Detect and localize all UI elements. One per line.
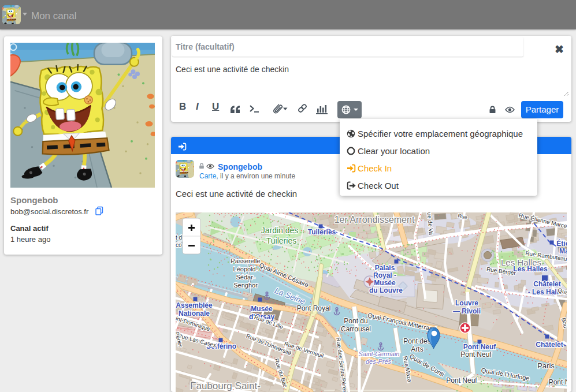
- svg-text:Pont N: Pont N: [549, 378, 567, 386]
- svg-text:Louvre: Louvre: [455, 299, 478, 307]
- svg-text:Tuileries: Tuileries: [308, 228, 336, 236]
- svg-text:t d: t d: [176, 234, 182, 241]
- svg-text:Marcel: Marcel: [559, 247, 567, 255]
- svg-text:Léopold-: Léopold-: [233, 266, 258, 272]
- svg-text:Les Halles: Les Halles: [513, 265, 548, 273]
- svg-text:du Louvre: du Louvre: [369, 286, 403, 294]
- svg-text:Faubourg Saint-: Faubourg Saint-: [190, 380, 261, 391]
- svg-text:Jardin des: Jardin des: [261, 226, 299, 235]
- svg-text:1er Arrondissement: 1er Arrondissement: [335, 215, 415, 225]
- svg-text:Arts: Arts: [411, 345, 423, 353]
- svg-text:Musée: Musée: [251, 305, 273, 313]
- svg-text:Passerelle: Passerelle: [231, 257, 260, 264]
- svg-text:Pont Neuf: Pont Neuf: [463, 343, 497, 351]
- svg-text:Châtelet: Châtelet: [533, 280, 560, 288]
- svg-text:Pont Neuf: Pont Neuf: [446, 376, 477, 384]
- svg-text:Carrousel: Carrousel: [341, 325, 371, 333]
- svg-text:Tuileries: Tuileries: [266, 236, 296, 245]
- svg-text:Étienne: Étienne: [556, 239, 567, 248]
- svg-text:co: co: [176, 242, 182, 248]
- svg-text:Pont du: Pont du: [344, 317, 367, 325]
- svg-text:Nationale: Nationale: [179, 309, 210, 318]
- svg-text:Pont Royal: Pont Royal: [297, 304, 331, 312]
- svg-text:Pont Neuf: Pont Neuf: [460, 350, 492, 359]
- svg-text:Châtelet: Châtelet: [536, 341, 563, 349]
- svg-text:Sédar-: Sédar-: [236, 274, 255, 281]
- svg-text:Palais: Palais: [375, 264, 395, 272]
- svg-text:Musée: Musée: [374, 279, 396, 287]
- svg-text:Saint-Germain: Saint-Germain: [359, 350, 400, 357]
- svg-text:— Rivoli: — Rivoli: [453, 307, 481, 315]
- svg-text:des-Prés: des-Prés: [366, 358, 392, 365]
- svg-text:Assemblée: Assemblée: [176, 301, 213, 309]
- svg-text:Pont des: Pont des: [403, 337, 430, 345]
- svg-text:Paris: Paris: [537, 361, 555, 370]
- svg-text:Royal -: Royal -: [373, 271, 396, 279]
- svg-text:Senghor: Senghor: [233, 282, 258, 289]
